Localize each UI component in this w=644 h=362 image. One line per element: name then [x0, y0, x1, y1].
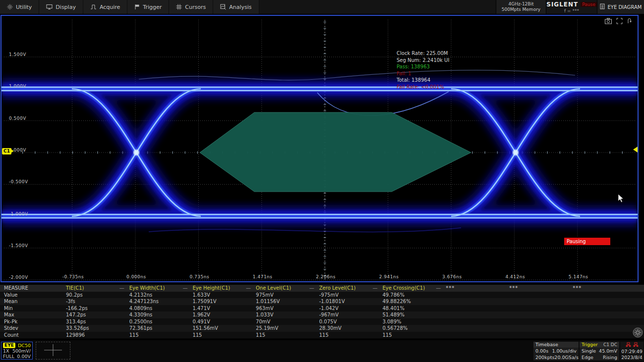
table-cell-empty — [509, 332, 573, 339]
table-cell: 70mV — [256, 318, 319, 325]
col-header-zero-level[interactable]: Zero Level(C1)— — [319, 285, 383, 292]
timebase-title: Timebase — [535, 342, 558, 348]
gear-icon — [7, 4, 13, 10]
timebase-scale: 1.00us/div — [552, 348, 577, 354]
collapse-icon[interactable]: — — [119, 285, 124, 292]
menu-utility[interactable]: Utility — [0, 0, 39, 14]
x-axis-label: 3.676ns — [442, 274, 462, 279]
col-header-eye-height[interactable]: Eye Height(C1)— — [192, 285, 256, 292]
eye-diagram-waveform — [1, 16, 638, 281]
system-time: 07:29:49 — [620, 349, 644, 355]
mouse-cursor — [618, 194, 624, 204]
coupling-label: DC50 — [18, 343, 31, 348]
table-cell: 975mV — [256, 292, 319, 299]
col-header-empty-2[interactable]: *** — [509, 285, 573, 292]
network-status-icon — [633, 342, 639, 349]
trigger-frequency-label: f = *** — [564, 8, 579, 13]
table-row: Pk-Pk313.4ps0.2500ns0.491V70mV0.075V3.08… — [0, 318, 644, 325]
menu-analysis[interactable]: Analysis — [213, 0, 259, 14]
acquisition-memory-status[interactable]: 4GHz-12Bit 500Mpts Memory — [496, 0, 546, 14]
table-cell: 51.489% — [382, 311, 446, 318]
table-cell: 963mV — [256, 305, 319, 312]
table-cell: 115 — [256, 332, 319, 339]
table-cell-empty — [509, 325, 573, 332]
col-header-empty-3[interactable]: *** — [573, 285, 636, 292]
trigger-mode: Single — [582, 348, 596, 354]
eye-stat-line: Fail: 1 — [397, 70, 449, 77]
table-cell: 129896 — [66, 332, 129, 339]
table-cell: 1.75091V — [192, 298, 256, 305]
col-header-tie[interactable]: TIE(C1)— — [66, 285, 129, 292]
table-row: Stdev33.526ps72.361ps151.56mV25.19mV28.3… — [0, 325, 644, 332]
page-flip-icon[interactable] — [627, 18, 634, 24]
table-cell-empty — [509, 305, 573, 312]
x-axis-label: 4.412ns — [505, 274, 525, 279]
col-header-eye-crossing[interactable]: Eye Crossing(C1)— — [382, 285, 446, 292]
floating-gear-button[interactable] — [633, 327, 643, 339]
table-cell: 115 — [319, 332, 383, 339]
menu-analysis-label: Analysis — [229, 4, 251, 10]
table-cell-empty — [573, 305, 636, 312]
menu-acquire-label: Acquire — [100, 4, 120, 10]
table-cell: 4.0809ns — [129, 305, 193, 312]
table-cell: 115 — [129, 332, 193, 339]
y-axis-label: -0.500V — [9, 179, 28, 184]
table-cell: 3.089% — [382, 318, 446, 325]
collapse-icon[interactable]: — — [372, 285, 377, 292]
camera-icon[interactable] — [605, 18, 612, 24]
col-header-one-level[interactable]: One Level(C1)— — [256, 285, 319, 292]
table-cell: -975mV — [319, 292, 383, 299]
collapse-icon[interactable]: — — [182, 285, 187, 292]
table-cell: -3fs — [66, 298, 129, 305]
fullscreen-icon[interactable] — [616, 18, 623, 24]
timebase-descriptor[interactable]: Timebase 0.00s 1.00us/div 200kpts 20.0GS… — [533, 342, 579, 361]
menu-display[interactable]: Display — [39, 0, 83, 14]
table-cell: 33.526ps — [66, 325, 129, 332]
x-axis-label: 5.147ns — [569, 274, 588, 279]
row-label: Count — [0, 332, 66, 339]
table-cell: 72.361ps — [129, 325, 193, 332]
measurement-table-header: MEASURE TIE(C1)— Eye Width(C1)— Eye Heig… — [0, 285, 644, 292]
y-axis-label: 1.500V — [9, 52, 26, 57]
y-axis-label: 1.000V — [9, 84, 26, 89]
collapse-icon[interactable]: — — [246, 285, 251, 292]
table-cell-empty — [573, 292, 636, 299]
trigger-title: Trigger — [582, 342, 598, 348]
pausing-status-badge: Pausing — [564, 238, 610, 245]
eye-diagram-plot[interactable]: 1.500V1.000V0.500V0.000V-0.500V-1.000V-1… — [0, 15, 639, 282]
channel-c1-marker[interactable]: C1 — [2, 148, 11, 155]
table-cell: 4.2132ns — [129, 292, 193, 299]
x-axis-label: 0.735ns — [189, 274, 209, 279]
y-axis-label: -2.000V — [9, 275, 28, 280]
add-channel-button[interactable] — [36, 342, 70, 360]
menu-acquire[interactable]: Acquire — [83, 0, 127, 14]
probe-attenuation-label: 1X — [3, 348, 9, 354]
collapse-icon[interactable]: — — [436, 285, 441, 292]
measurement-table: MEASURE TIE(C1)— Eye Width(C1)— Eye Heig… — [0, 285, 644, 339]
eye-channel-badge: EYE — [3, 343, 15, 348]
table-cell-empty — [509, 318, 573, 325]
menubar-spacer — [259, 0, 496, 14]
x-axis-label: 0.000ns — [126, 274, 146, 279]
table-cell: 115 — [382, 332, 446, 339]
eye-channel-descriptor[interactable]: EYE DC50 1X 500mV/ FULL 0.00V — [1, 342, 33, 360]
table-cell: 313.4ps — [66, 318, 129, 325]
measure-corner-label: MEASURE — [0, 285, 66, 292]
trigger-level-marker[interactable] — [633, 147, 638, 153]
table-cell: 1.033V — [256, 311, 319, 318]
trigger-descriptor[interactable]: Trigger C1 DC Single 45.0mV Edge Rising — [580, 342, 619, 361]
collapse-icon[interactable]: — — [309, 285, 314, 292]
col-header-empty-1[interactable]: *** — [446, 285, 509, 292]
mode-menu-button[interactable]: EYE DIAGRAM — [597, 0, 644, 14]
table-cell-empty — [573, 298, 636, 305]
eye-stat-line: Fail Rate: <0.001% — [397, 84, 449, 91]
table-cell: -1.01801V — [319, 298, 383, 305]
table-cell-empty — [573, 325, 636, 332]
menu-trigger[interactable]: Trigger — [127, 0, 169, 14]
clock-panel[interactable]: 07:29:49 2023/8/4 — [620, 342, 644, 361]
bandwidth-limit-label: FULL — [3, 354, 14, 359]
plus-icon — [43, 344, 63, 358]
col-header-eye-width[interactable]: Eye Width(C1)— — [129, 285, 193, 292]
menu-cursors[interactable]: Cursors — [169, 0, 213, 14]
table-cell: 0.56728% — [382, 325, 446, 332]
